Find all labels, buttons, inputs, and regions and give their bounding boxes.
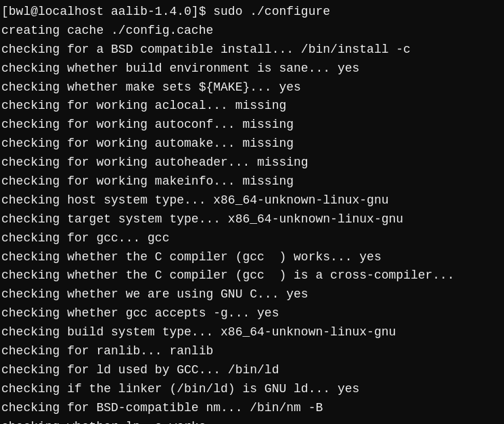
terminal-line: checking for working autoconf... missing (0, 116, 504, 135)
terminal-line: checking whether ln -s works... (0, 418, 504, 424)
terminal-line: checking for working aclocal... missing (0, 97, 504, 116)
terminal-line: checking for a BSD compatible install...… (0, 41, 504, 60)
terminal-line: checking if the linker (/bin/ld) is GNU … (0, 380, 504, 399)
terminal-line: checking for working automake... missing (0, 135, 504, 154)
terminal-window: [bwl@localhost aalib-1.4.0]$ sudo ./conf… (0, 0, 504, 424)
terminal-line: checking for ld used by GCC... /bin/ld (0, 361, 504, 380)
terminal-line: checking for BSD-compatible nm... /bin/n… (0, 399, 504, 418)
terminal-line: checking whether gcc accepts -g... yes (0, 304, 504, 323)
terminal-line: [bwl@localhost aalib-1.4.0]$ sudo ./conf… (0, 3, 504, 22)
terminal-line: checking for working autoheader... missi… (0, 154, 504, 172)
terminal-line: checking whether the C compiler (gcc ) i… (0, 266, 504, 285)
terminal-line: checking whether we are using GNU C... y… (0, 285, 504, 304)
terminal-line: creating cache ./config.cache (0, 22, 504, 41)
terminal-line: checking whether make sets ${MAKE}... ye… (0, 78, 504, 97)
terminal-line: checking for ranlib... ranlib (0, 342, 504, 361)
terminal-line: checking for working makeinfo... missing (0, 172, 504, 191)
terminal-line: checking build system type... x86_64-unk… (0, 323, 504, 342)
terminal-line: checking whether build environment is sa… (0, 60, 504, 78)
terminal-line: checking target system type... x86_64-un… (0, 210, 504, 229)
terminal-line: checking for gcc... gcc (0, 229, 504, 248)
terminal-line: checking host system type... x86_64-unkn… (0, 191, 504, 210)
terminal-line: checking whether the C compiler (gcc ) w… (0, 248, 504, 267)
